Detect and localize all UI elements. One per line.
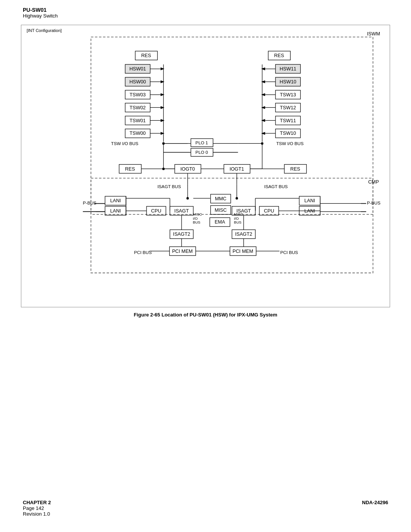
diagram-container: [INT Configuration] ISWM CMP RES HSW01 H… [21, 25, 390, 307]
svg-text:PCI MEM: PCI MEM [172, 249, 193, 254]
int-config-label: [INT Configuration] [27, 28, 62, 33]
chapter-label: CHAPTER 2 [23, 500, 51, 505]
svg-text:ISAGT BUS: ISAGT BUS [264, 184, 288, 189]
svg-text:CPU: CPU [264, 208, 274, 214]
page-subtitle: Highway Switch [23, 13, 388, 19]
svg-text:P-BUS: P-BUS [83, 200, 97, 205]
svg-text:BUS: BUS [193, 220, 201, 224]
svg-text:HSW00: HSW00 [129, 79, 146, 85]
svg-text:HSW10: HSW10 [280, 79, 296, 85]
svg-text:CPU: CPU [151, 208, 161, 214]
svg-point-74 [162, 168, 164, 170]
svg-text:I/O: I/O [234, 216, 239, 220]
svg-text:ISAGT2: ISAGT2 [235, 232, 252, 237]
svg-text:PCI MEM: PCI MEM [233, 249, 253, 254]
svg-text:MMC: MMC [215, 196, 226, 201]
svg-text:IOGT1: IOGT1 [229, 166, 244, 172]
svg-text:TSW I/O BUS: TSW I/O BUS [111, 141, 139, 146]
revision-label: Revision 1.0 [23, 511, 51, 517]
svg-text:ISAGT: ISAGT [236, 208, 251, 214]
svg-text:TSW I/O BUS: TSW I/O BUS [276, 141, 304, 146]
page-header: PU-SW01 Highway Switch [0, 0, 411, 21]
svg-text:LANI: LANI [110, 198, 121, 203]
svg-text:ISAGT2: ISAGT2 [173, 232, 190, 237]
svg-text:I/O: I/O [193, 216, 198, 220]
svg-text:TSW13: TSW13 [280, 92, 296, 97]
svg-text:RES: RES [290, 166, 300, 172]
svg-text:IOGT0: IOGT0 [180, 166, 195, 172]
svg-text:ISWM: ISWM [367, 31, 380, 37]
svg-text:TSW03: TSW03 [130, 92, 146, 97]
svg-point-147 [236, 197, 238, 200]
svg-text:PCI BUS: PCI BUS [280, 250, 298, 255]
svg-rect-0 [91, 37, 373, 214]
svg-text:PCI BUS: PCI BUS [134, 250, 152, 255]
svg-text:TSW11: TSW11 [280, 118, 296, 123]
svg-text:TSW02: TSW02 [130, 105, 146, 110]
figure-caption: Figure 2-65 Location of PU-SW01 (HSW) fo… [0, 312, 411, 318]
svg-text:BUS: BUS [234, 220, 242, 224]
svg-text:MISC: MISC [193, 212, 202, 216]
footer-left: CHAPTER 2 Page 142 Revision 1.0 [23, 500, 51, 517]
svg-text:EMA: EMA [215, 219, 225, 225]
svg-text:LANI: LANI [304, 198, 315, 203]
svg-text:TSW01: TSW01 [130, 118, 146, 123]
svg-text:RES: RES [274, 53, 284, 58]
svg-text:ISAGT: ISAGT [174, 208, 189, 214]
svg-point-75 [261, 142, 263, 145]
svg-text:PLO 1: PLO 1 [196, 140, 208, 145]
page-label: Page 142 [23, 505, 51, 511]
svg-text:TSW00: TSW00 [130, 131, 146, 136]
svg-text:ISAGT BUS: ISAGT BUS [158, 184, 181, 189]
svg-text:P-BUS: P-BUS [367, 200, 381, 205]
page-footer: CHAPTER 2 Page 142 Revision 1.0 NDA-2429… [23, 500, 388, 517]
svg-point-145 [186, 197, 189, 200]
diagram-svg: ISWM CMP RES HSW01 HSW00 TSW03 TSW02 TSW… [25, 29, 390, 303]
page-title: PU-SW01 [23, 7, 388, 13]
svg-text:LANI: LANI [110, 208, 121, 214]
svg-rect-2 [91, 178, 373, 273]
svg-text:HSW11: HSW11 [280, 66, 296, 72]
svg-text:RES: RES [125, 166, 135, 172]
svg-text:HSW01: HSW01 [129, 66, 146, 72]
doc-number: NDA-24296 [362, 500, 388, 505]
svg-text:CMP: CMP [368, 179, 379, 185]
svg-text:PLO 0: PLO 0 [196, 150, 208, 155]
svg-text:TSW12: TSW12 [280, 105, 296, 110]
svg-point-73 [162, 142, 164, 145]
svg-text:RES: RES [141, 53, 151, 58]
svg-text:MISC: MISC [215, 208, 227, 213]
svg-text:TSW10: TSW10 [280, 131, 296, 136]
